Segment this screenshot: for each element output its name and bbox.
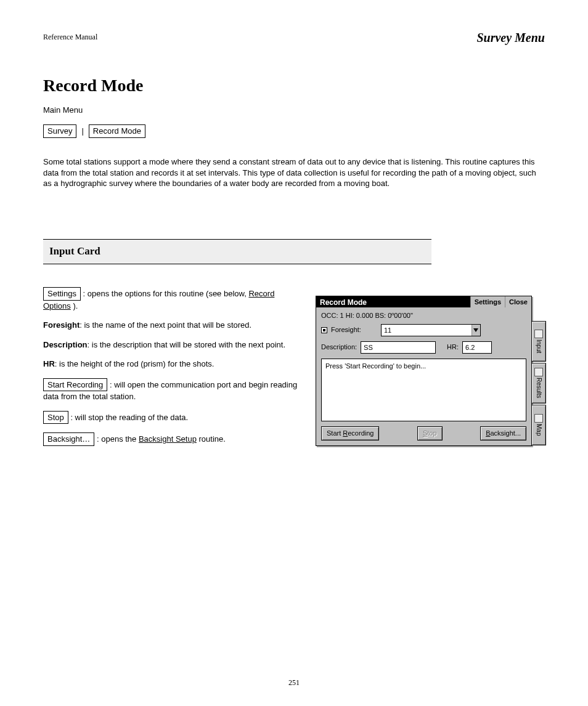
chevron-down-icon [473,328,478,332]
results-icon [534,368,543,376]
page-heading: Record Mode [43,74,144,97]
input-icon [534,330,543,338]
stop-button-ref: Stop [43,411,68,424]
settings-button[interactable]: Settings [470,296,505,307]
status-line: OCC: 1 HI: 0.000 BS: 0º00'00" [321,311,526,320]
start-recording-button[interactable]: Start Recording [321,426,379,440]
foresight-desc: Foresight: is the name of the next point… [43,320,302,331]
stop-desc: Stop : will stop the reading of the data… [43,411,302,424]
description-desc: Description: is the description that wil… [43,339,302,351]
foresight-input[interactable] [382,325,472,336]
backsight-button[interactable]: Backsight... [480,426,526,440]
foresight-dropdown-button[interactable] [472,325,480,336]
hr-input[interactable] [463,342,491,353]
intro-label: Main Menu [43,105,536,116]
menu-item-survey: Survey [43,124,76,138]
description-input[interactable] [361,342,435,353]
foresight-radio[interactable] [321,327,327,333]
section-heading-input-card: Input Card [43,239,431,264]
foresight-label: Foresight: [331,325,361,335]
hr-desc: HR: is the height of the rod (prism) for… [43,359,302,370]
map-icon [534,414,543,423]
description-input-wrap[interactable] [361,341,436,354]
hr-label: HR: [447,343,459,352]
description-label: Description: [321,343,357,352]
foresight-combo[interactable] [381,324,481,336]
header-right: Survey Menu [476,30,545,46]
dialog-title: Record Mode [316,296,470,307]
message-area: Press 'Start Recording' to begin... [321,359,526,421]
header-left: Reference Manual [43,32,97,42]
tab-results[interactable]: Results [531,363,546,404]
settings-button-ref: Settings [43,287,81,301]
start-recording-desc: Start Recording : will open the communic… [43,378,302,402]
record-mode-dialog: Record Mode Settings Close OCC: 1 HI: 0.… [316,296,532,446]
stop-button: Stop [417,426,443,440]
settings-desc: Settings : opens the options for this ro… [43,287,302,311]
hr-input-wrap[interactable] [462,341,492,354]
menu-path: Survey | Record Mode [43,124,145,138]
page-number: 251 [0,678,588,688]
intro-paragraph: Some total stations support a mode where… [43,156,536,189]
tab-map[interactable]: Map [531,405,546,445]
backsight-setup-xref: Backsight Setup [139,434,197,444]
close-button[interactable]: Close [505,296,531,307]
start-recording-button-ref: Start Recording [43,378,107,392]
backsight-button-ref: Backsight… [43,432,94,446]
backsight-desc: Backsight… : opens the Backsight Setup r… [43,432,302,446]
menu-item-record-mode: Record Mode [89,124,145,138]
tab-input[interactable]: Input [531,321,546,362]
